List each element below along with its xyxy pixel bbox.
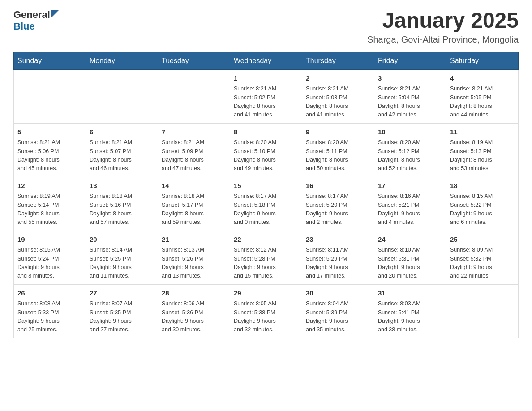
calendar-day-cell: 30Sunrise: 8:04 AMSunset: 5:39 PMDayligh… bbox=[302, 284, 374, 338]
calendar-week-row: 5Sunrise: 8:21 AMSunset: 5:06 PMDaylight… bbox=[14, 123, 519, 177]
day-number: 19 bbox=[17, 235, 82, 245]
day-info: Sunrise: 8:06 AMSunset: 5:36 PMDaylight:… bbox=[162, 300, 226, 334]
calendar-table: SundayMondayTuesdayWednesdayThursdayFrid… bbox=[13, 52, 519, 338]
day-number: 17 bbox=[378, 181, 442, 191]
location-title: Sharga, Govi-Altai Province, Mongolia bbox=[367, 34, 519, 45]
calendar-day-cell: 22Sunrise: 8:12 AMSunset: 5:28 PMDayligh… bbox=[230, 231, 302, 284]
svg-marker-0 bbox=[51, 10, 59, 18]
day-info: Sunrise: 8:04 AMSunset: 5:39 PMDaylight:… bbox=[306, 300, 370, 334]
day-number: 28 bbox=[162, 288, 226, 299]
calendar-day-cell: 20Sunrise: 8:14 AMSunset: 5:25 PMDayligh… bbox=[86, 231, 158, 284]
day-info: Sunrise: 8:21 AMSunset: 5:04 PMDaylight:… bbox=[378, 85, 442, 120]
calendar-day-cell: 25Sunrise: 8:09 AMSunset: 5:32 PMDayligh… bbox=[446, 231, 519, 284]
month-title: January 2025 bbox=[367, 9, 519, 33]
day-info: Sunrise: 8:20 AMSunset: 5:10 PMDaylight:… bbox=[234, 138, 298, 173]
calendar-day-cell: 12Sunrise: 8:19 AMSunset: 5:14 PMDayligh… bbox=[14, 177, 86, 231]
day-number: 21 bbox=[162, 235, 226, 245]
calendar-day-cell: 18Sunrise: 8:15 AMSunset: 5:22 PMDayligh… bbox=[446, 177, 519, 231]
day-number: 29 bbox=[234, 288, 298, 299]
day-of-week-header: Tuesday bbox=[158, 52, 230, 69]
day-info: Sunrise: 8:20 AMSunset: 5:12 PMDaylight:… bbox=[378, 138, 442, 173]
day-info: Sunrise: 8:03 AMSunset: 5:41 PMDaylight:… bbox=[378, 300, 442, 334]
day-number: 13 bbox=[90, 181, 154, 191]
day-info: Sunrise: 8:10 AMSunset: 5:31 PMDaylight:… bbox=[378, 246, 442, 281]
calendar-day-cell: 8Sunrise: 8:20 AMSunset: 5:10 PMDaylight… bbox=[230, 123, 302, 177]
day-info: Sunrise: 8:16 AMSunset: 5:21 PMDaylight:… bbox=[378, 192, 442, 227]
calendar-day-cell: 26Sunrise: 8:08 AMSunset: 5:33 PMDayligh… bbox=[14, 284, 86, 338]
day-number: 7 bbox=[162, 127, 226, 137]
title-area: January 2025 Sharga, Govi-Altai Province… bbox=[367, 9, 519, 45]
calendar-day-cell: 16Sunrise: 8:17 AMSunset: 5:20 PMDayligh… bbox=[302, 177, 374, 231]
calendar-day-cell: 9Sunrise: 8:20 AMSunset: 5:11 PMDaylight… bbox=[302, 123, 374, 177]
calendar-day-cell: 14Sunrise: 8:18 AMSunset: 5:17 PMDayligh… bbox=[158, 177, 230, 231]
day-number: 10 bbox=[378, 127, 442, 137]
calendar-day-cell bbox=[446, 284, 519, 338]
day-of-week-header: Saturday bbox=[446, 52, 519, 69]
calendar-day-cell: 3Sunrise: 8:21 AMSunset: 5:04 PMDaylight… bbox=[374, 69, 446, 123]
calendar-day-cell: 31Sunrise: 8:03 AMSunset: 5:41 PMDayligh… bbox=[374, 284, 446, 338]
page-header: General Blue January 2025 Sharga, Govi-A… bbox=[13, 9, 519, 45]
calendar-day-cell: 10Sunrise: 8:20 AMSunset: 5:12 PMDayligh… bbox=[374, 123, 446, 177]
calendar-header: SundayMondayTuesdayWednesdayThursdayFrid… bbox=[14, 52, 519, 69]
day-info: Sunrise: 8:14 AMSunset: 5:25 PMDaylight:… bbox=[90, 246, 154, 281]
calendar-body: 1Sunrise: 8:21 AMSunset: 5:02 PMDaylight… bbox=[14, 69, 519, 338]
day-of-week-header: Friday bbox=[374, 52, 446, 69]
calendar-week-row: 1Sunrise: 8:21 AMSunset: 5:02 PMDaylight… bbox=[14, 69, 519, 123]
day-of-week-header: Thursday bbox=[302, 52, 374, 69]
day-info: Sunrise: 8:21 AMSunset: 5:09 PMDaylight:… bbox=[162, 138, 226, 173]
day-info: Sunrise: 8:15 AMSunset: 5:22 PMDaylight:… bbox=[450, 192, 515, 227]
day-info: Sunrise: 8:12 AMSunset: 5:28 PMDaylight:… bbox=[234, 246, 298, 281]
day-info: Sunrise: 8:21 AMSunset: 5:06 PMDaylight:… bbox=[17, 138, 82, 173]
calendar-day-cell: 5Sunrise: 8:21 AMSunset: 5:06 PMDaylight… bbox=[14, 123, 86, 177]
calendar-day-cell: 7Sunrise: 8:21 AMSunset: 5:09 PMDaylight… bbox=[158, 123, 230, 177]
day-info: Sunrise: 8:21 AMSunset: 5:05 PMDaylight:… bbox=[450, 85, 515, 120]
day-number: 4 bbox=[450, 73, 515, 84]
calendar-week-row: 12Sunrise: 8:19 AMSunset: 5:14 PMDayligh… bbox=[14, 177, 519, 231]
day-info: Sunrise: 8:19 AMSunset: 5:14 PMDaylight:… bbox=[17, 192, 82, 227]
calendar-day-cell: 11Sunrise: 8:19 AMSunset: 5:13 PMDayligh… bbox=[446, 123, 519, 177]
day-number: 23 bbox=[306, 235, 370, 245]
day-info: Sunrise: 8:07 AMSunset: 5:35 PMDaylight:… bbox=[90, 300, 154, 334]
calendar-day-cell: 29Sunrise: 8:05 AMSunset: 5:38 PMDayligh… bbox=[230, 284, 302, 338]
day-number: 24 bbox=[378, 235, 442, 245]
day-info: Sunrise: 8:18 AMSunset: 5:16 PMDaylight:… bbox=[90, 192, 154, 227]
day-number: 5 bbox=[17, 127, 82, 137]
day-number: 6 bbox=[90, 127, 154, 137]
day-info: Sunrise: 8:18 AMSunset: 5:17 PMDaylight:… bbox=[162, 192, 226, 227]
calendar-week-row: 26Sunrise: 8:08 AMSunset: 5:33 PMDayligh… bbox=[14, 284, 519, 338]
calendar-day-cell bbox=[158, 69, 230, 123]
day-info: Sunrise: 8:13 AMSunset: 5:26 PMDaylight:… bbox=[162, 246, 226, 281]
day-info: Sunrise: 8:21 AMSunset: 5:03 PMDaylight:… bbox=[306, 85, 370, 120]
calendar-day-cell: 13Sunrise: 8:18 AMSunset: 5:16 PMDayligh… bbox=[86, 177, 158, 231]
calendar-day-cell: 1Sunrise: 8:21 AMSunset: 5:02 PMDaylight… bbox=[230, 69, 302, 123]
calendar-day-cell: 6Sunrise: 8:21 AMSunset: 5:07 PMDaylight… bbox=[86, 123, 158, 177]
day-info: Sunrise: 8:19 AMSunset: 5:13 PMDaylight:… bbox=[450, 138, 515, 173]
day-number: 30 bbox=[306, 288, 370, 299]
day-number: 3 bbox=[378, 73, 442, 84]
calendar-day-cell: 15Sunrise: 8:17 AMSunset: 5:18 PMDayligh… bbox=[230, 177, 302, 231]
day-number: 15 bbox=[234, 181, 298, 191]
day-info: Sunrise: 8:21 AMSunset: 5:02 PMDaylight:… bbox=[234, 85, 298, 120]
day-number: 31 bbox=[378, 288, 442, 299]
logo-blue-text: Blue bbox=[13, 21, 35, 32]
day-number: 18 bbox=[450, 181, 515, 191]
calendar-day-cell: 28Sunrise: 8:06 AMSunset: 5:36 PMDayligh… bbox=[158, 284, 230, 338]
day-number: 20 bbox=[90, 235, 154, 245]
calendar-day-cell: 24Sunrise: 8:10 AMSunset: 5:31 PMDayligh… bbox=[374, 231, 446, 284]
day-number: 8 bbox=[234, 127, 298, 137]
day-number: 12 bbox=[17, 181, 82, 191]
calendar-day-cell bbox=[14, 69, 86, 123]
logo-general-text: General bbox=[13, 9, 50, 21]
calendar-day-cell: 17Sunrise: 8:16 AMSunset: 5:21 PMDayligh… bbox=[374, 177, 446, 231]
day-number: 16 bbox=[306, 181, 370, 191]
calendar-day-cell: 27Sunrise: 8:07 AMSunset: 5:35 PMDayligh… bbox=[86, 284, 158, 338]
day-number: 9 bbox=[306, 127, 370, 137]
day-number: 25 bbox=[450, 235, 515, 245]
calendar-day-cell: 23Sunrise: 8:11 AMSunset: 5:29 PMDayligh… bbox=[302, 231, 374, 284]
day-info: Sunrise: 8:11 AMSunset: 5:29 PMDaylight:… bbox=[306, 246, 370, 281]
day-info: Sunrise: 8:20 AMSunset: 5:11 PMDaylight:… bbox=[306, 138, 370, 173]
days-of-week-row: SundayMondayTuesdayWednesdayThursdayFrid… bbox=[14, 52, 519, 69]
calendar-day-cell: 19Sunrise: 8:15 AMSunset: 5:24 PMDayligh… bbox=[14, 231, 86, 284]
day-number: 27 bbox=[90, 288, 154, 299]
calendar-day-cell: 2Sunrise: 8:21 AMSunset: 5:03 PMDaylight… bbox=[302, 69, 374, 123]
